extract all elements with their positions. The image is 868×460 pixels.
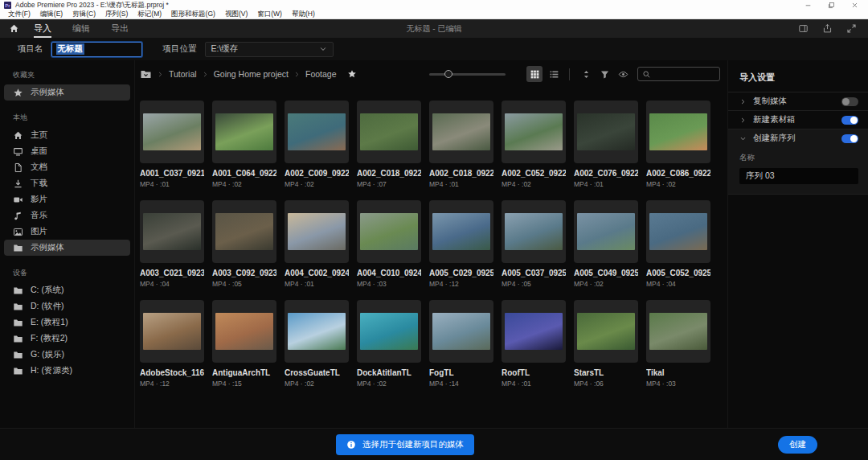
chev-right-icon [202, 71, 209, 78]
sidebar-item[interactable]: 文档 [4, 159, 130, 175]
notice-text: 选择用于创建新项目的媒体 [362, 439, 464, 450]
setting-row[interactable]: 创建新序列 [728, 129, 868, 147]
tab-导出[interactable]: 导出 [111, 19, 129, 38]
close-icon[interactable] [851, 2, 858, 9]
project-location-label: 项目位置 [163, 43, 197, 55]
sidebar-item-label: 影片 [31, 194, 47, 205]
folder-open-icon[interactable] [140, 68, 152, 80]
media-tile[interactable]: A003_C092_09231...MP4 · :05 [212, 200, 276, 288]
menu-item-0[interactable]: 文件(F) [3, 10, 35, 19]
sidebar-item[interactable]: 主页 [4, 127, 130, 143]
media-tile[interactable]: A005_C029_0925T...MP4 · :12 [429, 200, 493, 288]
sort-icon[interactable] [581, 69, 592, 80]
sequence-name-input[interactable] [739, 168, 858, 184]
thumbnail-card [285, 300, 349, 363]
home-icon [13, 130, 23, 141]
setting-label: 复制媒体 [753, 96, 787, 107]
menu-item-1[interactable]: 编辑(E) [35, 10, 68, 19]
sidebar-item[interactable]: 示例媒体 [4, 240, 130, 256]
file-meta: MP4 · :12 [140, 380, 204, 388]
sidebar-item[interactable]: 图片 [4, 224, 130, 240]
media-tile[interactable]: A004_C002_0924...MP4 · :01 [285, 200, 349, 288]
search-input[interactable] [651, 70, 719, 79]
workspaces-icon[interactable] [798, 23, 809, 34]
breadcrumb-item[interactable]: Going Home project [214, 69, 289, 79]
media-tile[interactable]: DockAtitlanTLMP4 · :02 [357, 300, 421, 388]
preview-eye-icon[interactable] [618, 69, 628, 80]
media-tile[interactable]: AdobeStock_11664...MP4 · :12 [140, 300, 204, 388]
media-tile[interactable]: A004_C010_0924A...MP4 · :03 [357, 200, 421, 288]
menu-item-8[interactable]: 帮助(H) [287, 10, 320, 19]
setting-label: 创建新序列 [753, 133, 796, 144]
media-tile[interactable]: CrossGuateTLMP4 · :02 [285, 300, 349, 388]
sidebar-item[interactable]: 示例媒体 [4, 84, 130, 101]
menu-item-5[interactable]: 图形和标题(G) [166, 10, 220, 19]
thumbnail-size-slider[interactable] [429, 67, 506, 81]
home-button[interactable] [0, 19, 27, 38]
media-tile[interactable]: A005_C037_09255...MP4 · :05 [502, 200, 566, 288]
sidebar-item[interactable]: E: (教程1) [4, 314, 130, 331]
sidebar-item[interactable]: 桌面 [4, 143, 130, 159]
toggle-switch[interactable] [841, 116, 858, 125]
menu-item-4[interactable]: 标记(M) [133, 10, 166, 19]
menu-item-2[interactable]: 剪辑(C) [68, 10, 100, 19]
media-tile[interactable]: A005_C052_0925...MP4 · :04 [646, 200, 710, 288]
import-settings-panel: 导入设置 复制媒体新建素材箱创建新序列 名称 [727, 60, 868, 428]
breadcrumb-item[interactable]: Footage [305, 69, 337, 79]
setting-row[interactable]: 复制媒体 [728, 92, 868, 110]
file-meta: MP4 · :01 [140, 180, 204, 188]
filter-icon[interactable] [600, 69, 610, 80]
quick-export-icon[interactable] [822, 23, 833, 34]
media-tile[interactable]: A005_C049_0925...MP4 · :02 [574, 200, 638, 288]
sidebar-item[interactable]: D: (软件) [4, 298, 130, 314]
search-box[interactable] [637, 67, 720, 81]
tab-编辑[interactable]: 编辑 [72, 19, 90, 38]
breadcrumb-item[interactable]: Tutorial [169, 69, 197, 79]
media-tile[interactable]: StarsTLMP4 · :06 [574, 300, 638, 388]
menu-item-7[interactable]: 窗口(W) [252, 10, 287, 19]
grid-view-button[interactable] [526, 66, 542, 82]
browser-toolbar: TutorialGoing Home projectFootage [135, 60, 727, 88]
toggle-switch[interactable] [841, 97, 858, 106]
sidebar-item[interactable]: F: (教程2) [4, 331, 130, 347]
thumbnail-card [357, 101, 421, 163]
setting-row[interactable]: 新建素材箱 [728, 110, 868, 129]
menu-item-6[interactable]: 视图(V) [220, 10, 252, 19]
media-tile[interactable]: A002_C052_0922T...MP4 · :02 [502, 101, 566, 188]
sidebar-item[interactable]: 音乐 [4, 207, 130, 224]
thumbnail-card [574, 300, 638, 363]
thumbnail-card [212, 300, 276, 363]
fullscreen-icon[interactable] [846, 23, 857, 34]
menu-item-3[interactable]: 序列(S) [100, 10, 133, 19]
minimize-icon[interactable] [805, 2, 812, 9]
sidebar-item[interactable]: 下载 [4, 175, 130, 191]
media-tile[interactable]: A003_C021_0923...MP4 · :04 [140, 200, 204, 288]
media-tile[interactable]: A001_C064_09224...MP4 · :02 [212, 101, 276, 188]
media-tile[interactable]: FogTLMP4 · :14 [429, 300, 493, 388]
thumbnail-card [646, 101, 710, 163]
toolbar-divider [569, 68, 570, 80]
media-tile[interactable]: A002_C018_0922B...MP4 · :01 [429, 101, 493, 188]
app-header: 导入编辑导出 无标题 - 已编辑 [0, 19, 868, 38]
sidebar-item[interactable]: C: (系统) [4, 282, 130, 298]
media-tile[interactable]: TikalMP4 · :03 [646, 300, 710, 388]
project-location-select[interactable]: E:\缓存 [205, 42, 334, 57]
media-tile[interactable]: A002_C018_0922B...MP4 · :07 [357, 101, 421, 188]
media-tile[interactable]: RoofTLMP4 · :01 [502, 300, 566, 388]
toggle-switch[interactable] [841, 134, 858, 143]
create-button[interactable]: 创建 [778, 436, 817, 454]
slider-thumb[interactable] [444, 70, 452, 78]
sidebar-item[interactable]: G: (娱乐) [4, 347, 130, 363]
sidebar-item[interactable]: 影片 [4, 191, 130, 207]
media-tile[interactable]: A002_C009_0922...MP4 · :02 [285, 101, 349, 188]
tab-导入[interactable]: 导入 [34, 19, 51, 38]
media-tile[interactable]: A002_C076_09225...MP4 · :01 [574, 101, 638, 188]
list-view-button[interactable] [546, 66, 562, 82]
sidebar-item[interactable]: H: (资源类) [4, 363, 130, 379]
star-icon[interactable] [347, 69, 357, 79]
restore-icon[interactable] [828, 2, 835, 9]
media-tile[interactable]: AntiguaArchTLMP4 · :15 [212, 300, 276, 388]
media-tile[interactable]: A002_C086_0922...MP4 · :02 [646, 101, 710, 188]
media-tile[interactable]: A001_C037_0921F...MP4 · :01 [140, 101, 204, 188]
project-name-input[interactable]: 无标题 [51, 42, 142, 57]
